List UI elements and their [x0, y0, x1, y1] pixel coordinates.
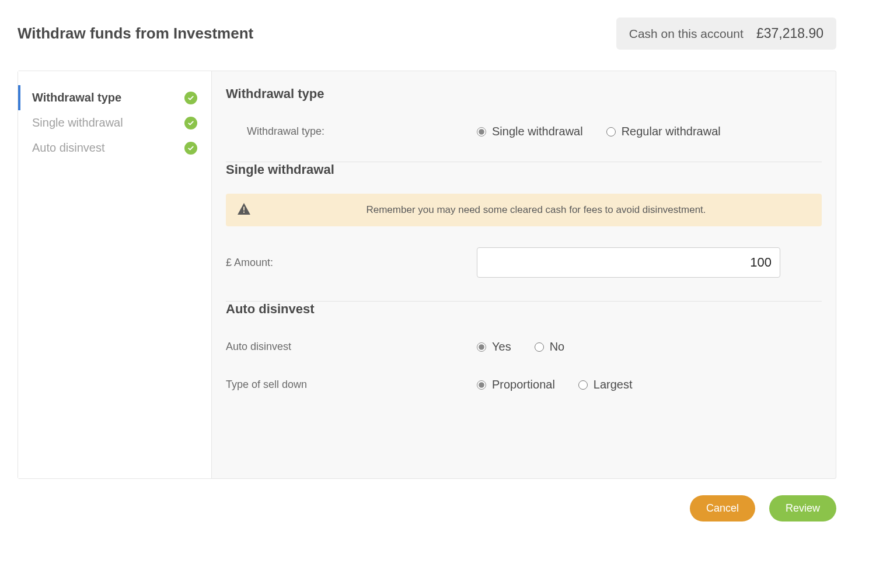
sidebar-item-withdrawal-type[interactable]: Withdrawal type: [18, 85, 211, 110]
amount-label: £ Amount:: [226, 257, 477, 269]
selldown-type-label: Type of sell down: [226, 379, 477, 391]
section-single-withdrawal: Single withdrawal Remember you may need …: [226, 162, 822, 301]
page-title: Withdraw funds from Investment: [18, 24, 253, 43]
sidebar-item-single-withdrawal[interactable]: Single withdrawal: [18, 110, 211, 135]
check-circle-icon: [184, 117, 197, 130]
radio-auto-disinvest-no-input[interactable]: [535, 342, 544, 352]
review-button[interactable]: Review: [769, 495, 836, 522]
sidebar-item-label: Withdrawal type: [32, 91, 121, 104]
radio-selldown-proportional-input[interactable]: [477, 380, 486, 390]
radio-selldown-largest-input[interactable]: [578, 380, 588, 390]
radio-label: Largest: [594, 378, 633, 391]
radio-regular-withdrawal-input[interactable]: [606, 127, 616, 136]
check-circle-icon: [184, 142, 197, 155]
sidebar-item-auto-disinvest[interactable]: Auto disinvest: [18, 135, 211, 160]
row-amount: £ Amount:: [226, 240, 822, 285]
amount-input[interactable]: [477, 247, 780, 278]
section-withdrawal-type: Withdrawal type Withdrawal type: Single …: [226, 86, 822, 162]
section-auto-disinvest: Auto disinvest Auto disinvest Yes No Typ…: [226, 302, 822, 415]
content-area: Withdrawal type Withdrawal type: Single …: [212, 71, 836, 478]
section-title: Auto disinvest: [226, 302, 822, 317]
radio-auto-disinvest-yes[interactable]: Yes: [477, 340, 511, 354]
withdrawal-type-label: Withdrawal type:: [226, 125, 477, 138]
auto-disinvest-options: Yes No: [477, 340, 822, 354]
sidebar-item-label: Single withdrawal: [32, 116, 123, 130]
radio-auto-disinvest-no[interactable]: No: [535, 340, 565, 354]
main-panel: Withdrawal type Single withdrawal Auto d…: [18, 71, 836, 479]
radio-selldown-largest[interactable]: Largest: [578, 378, 633, 391]
row-auto-disinvest: Auto disinvest Yes No: [226, 333, 822, 360]
section-title: Withdrawal type: [226, 86, 822, 102]
header-row: Withdraw funds from Investment Cash on t…: [18, 18, 836, 50]
section-title: Single withdrawal: [226, 162, 822, 177]
radio-auto-disinvest-yes-input[interactable]: [477, 342, 486, 352]
check-circle-icon: [184, 92, 197, 104]
sidebar-item-label: Auto disinvest: [32, 141, 105, 155]
row-withdrawal-type: Withdrawal type: Single withdrawal Regul…: [226, 118, 822, 145]
radio-selldown-proportional[interactable]: Proportional: [477, 378, 555, 391]
cash-on-account-label: Cash on this account: [629, 27, 744, 41]
radio-label: Yes: [492, 340, 511, 354]
radio-label: Single withdrawal: [492, 125, 583, 138]
selldown-type-options: Proportional Largest: [477, 378, 822, 391]
amount-field: [477, 247, 822, 278]
radio-label: No: [550, 340, 565, 354]
svg-rect-1: [243, 212, 245, 213]
svg-rect-0: [243, 206, 245, 210]
radio-label: Proportional: [492, 378, 555, 391]
auto-disinvest-label: Auto disinvest: [226, 341, 477, 353]
sidebar: Withdrawal type Single withdrawal Auto d…: [18, 71, 212, 478]
radio-regular-withdrawal[interactable]: Regular withdrawal: [606, 125, 721, 138]
radio-label: Regular withdrawal: [622, 125, 721, 138]
withdrawal-type-options: Single withdrawal Regular withdrawal: [477, 125, 822, 138]
row-selldown-type: Type of sell down Proportional Largest: [226, 360, 822, 398]
alert-banner: Remember you may need some cleared cash …: [226, 194, 822, 226]
cash-on-account-box: Cash on this account £37,218.90: [616, 18, 836, 50]
warning-triangle-icon: [238, 203, 250, 217]
cancel-button[interactable]: Cancel: [690, 495, 755, 522]
footer-actions: Cancel Review: [18, 495, 836, 522]
cash-on-account-value: £37,218.90: [756, 26, 823, 41]
radio-single-withdrawal-input[interactable]: [477, 127, 486, 136]
alert-text: Remember you may need some cleared cash …: [262, 204, 810, 216]
radio-single-withdrawal[interactable]: Single withdrawal: [477, 125, 583, 138]
